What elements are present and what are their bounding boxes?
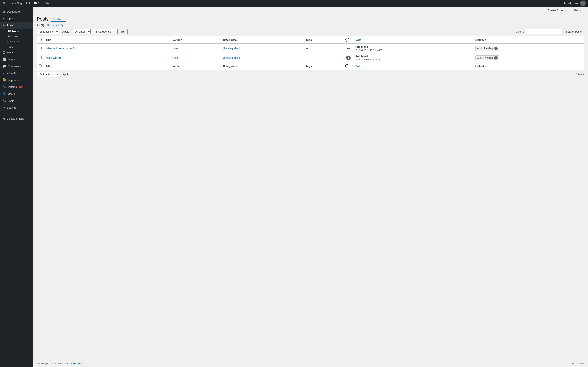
post-comments-cell-2: 1 (343, 53, 354, 63)
settings-icon: ⚙ (2, 106, 5, 109)
updates-count: 9 (29, 2, 30, 5)
users-icon: 👤 (2, 92, 6, 96)
post-audio-cell-1: Audio Pending i (473, 43, 584, 53)
sidebar-item-dashboard[interactable]: ⊞ Dashboard (0, 8, 33, 15)
site-name-link[interactable]: user's Blog! (9, 2, 23, 5)
updates-link[interactable]: ↻ 9 (26, 2, 30, 5)
col-categories-footer: Categories (221, 63, 304, 70)
post-title-link-1[interactable]: What is Lorem Ipsum? (46, 47, 74, 50)
search-input[interactable] (526, 29, 562, 34)
sidebar-item-posts[interactable]: ✎ Posts (0, 22, 33, 29)
col-comments-footer: 💬 (343, 63, 354, 70)
sidebar-item-appearance[interactable]: 🎨 Appearance (0, 76, 33, 83)
sidebar-sub-add-new[interactable]: Add New (0, 34, 33, 39)
screen-options-button[interactable]: Screen Options ▾ (545, 8, 570, 13)
comments-link[interactable]: 💬 0 (34, 2, 39, 5)
top-tablenav: Bulk actions Apply All dates All Categor… (37, 29, 584, 34)
audio-info-icon-2[interactable]: i (494, 56, 498, 59)
post-tags-cell-1: — (304, 43, 343, 53)
col-author-header: Author (171, 36, 221, 43)
screen-options-label: Screen Options (547, 9, 566, 12)
col-tags-header: Tags (304, 36, 343, 43)
categories-filter-select[interactable]: All Categories (92, 29, 116, 34)
sidebar-sub-tags[interactable]: Tags (0, 44, 33, 49)
sidebar-item-comments[interactable]: 💬 Comments (0, 63, 33, 70)
sidebar-item-jetpack[interactable]: ♦ Jetpack (0, 15, 33, 22)
search-posts-button[interactable]: Search Posts (564, 29, 584, 34)
site-name: user's Blog! (9, 2, 23, 5)
filter-button[interactable]: Filter (117, 29, 128, 34)
post-author-cell-2: user (171, 53, 221, 63)
view-published-link[interactable]: Published (2) (47, 24, 63, 27)
comments-count: 0 (38, 2, 39, 5)
bulk-actions-select-bottom[interactable]: Bulk actions (37, 72, 59, 77)
post-cat-link-1[interactable]: Uncategorized (223, 47, 240, 50)
tools-icon: 🔧 (2, 99, 6, 103)
post-author-cell-1: user (171, 43, 221, 53)
post-author-link-2[interactable]: user (173, 56, 178, 59)
select-all-checkbox-top[interactable] (39, 38, 42, 41)
comment-count-link-2[interactable]: 1 (346, 56, 351, 59)
view-all-link[interactable]: All (2) (37, 24, 44, 27)
views-row: All (2) | Published (2) (37, 24, 584, 27)
sidebar-item-collapse[interactable]: ◀ Collapse menu (0, 115, 33, 122)
new-content-label: + New (43, 2, 50, 5)
table-row: Hello world! user Uncategorized — (37, 53, 584, 63)
sidebar-item-users[interactable]: 👤 Users (0, 90, 33, 97)
sidebar-sub-all-posts[interactable]: All Posts (0, 29, 33, 34)
jetpack-icon: ♦ (2, 17, 4, 20)
howdy-text: Howdy, user (564, 2, 579, 5)
table-row: What is Lorem Ipsum? user Uncategorized … (37, 43, 584, 53)
items-count-top: 2 items (516, 30, 525, 33)
avatar (580, 1, 586, 6)
wordpress-link[interactable]: WordPress (69, 362, 82, 365)
apply-button-bottom[interactable]: Apply (60, 72, 71, 77)
plugins-icon: 🔌 (2, 85, 6, 89)
view-separator: | (45, 24, 46, 27)
sidebar-label-appearance: Appearance (8, 78, 22, 82)
sidebar-sub-categories[interactable]: Categories (0, 39, 33, 44)
post-title-cell-1: What is Lorem Ipsum? (44, 43, 171, 53)
date-sort-link[interactable]: Date (355, 38, 361, 42)
sidebar-item-plugins[interactable]: 🔌 Plugins 7 (0, 83, 33, 90)
row-checkbox-2[interactable] (39, 56, 42, 59)
sidebar-label-comments: Comments (8, 65, 21, 68)
bottom-tablenav: Bulk actions Apply 2 items (37, 72, 584, 77)
col-comments-header: 💬 (343, 36, 354, 43)
sidebar-item-pages[interactable]: 📄 Pages (0, 56, 33, 63)
screen-options-chevron-icon: ▾ (566, 9, 568, 12)
post-title-link-2[interactable]: Hello world! (46, 56, 61, 59)
post-author-link-1[interactable]: user (173, 47, 178, 50)
row-checkbox-1[interactable] (39, 47, 42, 49)
audio-info-icon-1[interactable]: i (494, 47, 498, 50)
listen2it-icon: ♪ (2, 71, 4, 75)
sidebar-item-listen2it[interactable]: ♪ Listen2It (0, 70, 33, 76)
col-listen2it-footer: Listen2It (473, 63, 584, 70)
help-button[interactable]: Help ▾ (572, 8, 584, 13)
footer-version: Version 5.6 (571, 362, 584, 365)
sidebar-item-media[interactable]: 🖼 Media (0, 49, 33, 56)
post-cat-link-2[interactable]: Uncategorized (223, 56, 240, 59)
post-date-cell-1: Published 2021/01/21 at 7:15 am (354, 43, 473, 53)
sidebar-label-collapse: Collapse menu (7, 117, 24, 120)
wp-logo-icon[interactable]: ✿ (2, 1, 6, 6)
audio-pending-badge-2: Audio Pending i (475, 55, 499, 60)
sidebar-label-jetpack: Jetpack (6, 17, 15, 20)
comments-icon: 💬 (34, 2, 37, 5)
col-date-footer: Date (354, 63, 473, 70)
page-title-row: Posts Add New (37, 16, 584, 22)
dashboard-icon: ⊞ (2, 10, 5, 13)
items-count-bottom: 2 items (575, 73, 584, 76)
sidebar-label-listen2it: Listen2It (6, 72, 16, 75)
apply-button-top[interactable]: Apply (60, 29, 71, 34)
select-all-checkbox-bottom[interactable] (39, 64, 42, 67)
media-icon: 🖼 (2, 51, 6, 54)
updates-icon: ↻ (26, 2, 28, 5)
new-content-link[interactable]: + New (43, 2, 50, 5)
dates-filter-select[interactable]: All dates (73, 29, 91, 34)
add-new-button[interactable]: Add New (51, 17, 66, 22)
date-sort-footer-link[interactable]: Date (355, 65, 361, 68)
bulk-actions-select-top[interactable]: Bulk actions (37, 29, 59, 34)
sidebar-item-settings[interactable]: ⚙ Settings (0, 104, 33, 111)
sidebar-item-tools[interactable]: 🔧 Tools (0, 97, 33, 104)
